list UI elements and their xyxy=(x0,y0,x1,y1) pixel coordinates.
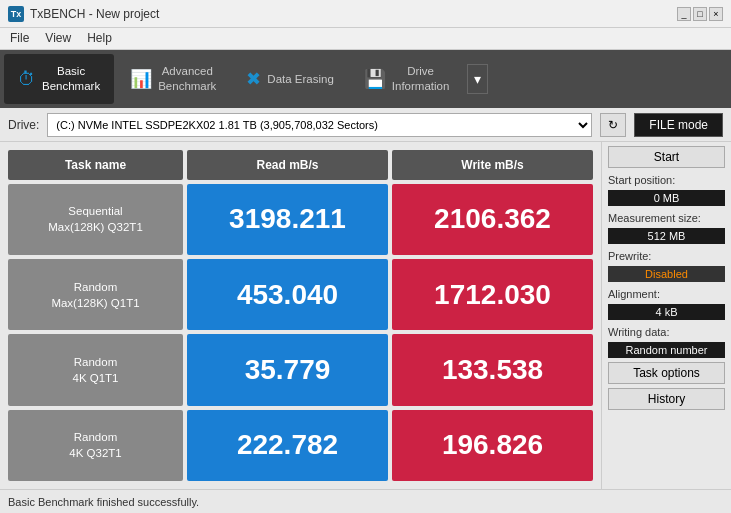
basic-benchmark-icon: ⏱ xyxy=(18,69,36,90)
task-options-button[interactable]: Task options xyxy=(608,362,725,384)
app-title: TxBENCH - New project xyxy=(30,7,159,21)
status-bar: Basic Benchmark finished successfully. xyxy=(0,489,731,513)
header-write: Write mB/s xyxy=(392,150,593,180)
drive-bar: Drive: (C:) NVMe INTEL SSDPE2KX02 1.81 T… xyxy=(0,108,731,142)
prewrite-value: Disabled xyxy=(608,266,725,282)
row-3-name: Random4K Q1T1 xyxy=(8,334,183,405)
row-4-name: Random4K Q32T1 xyxy=(8,410,183,481)
header-read: Read mB/s xyxy=(187,150,388,180)
benchmark-header: Task name Read mB/s Write mB/s xyxy=(8,150,593,180)
row-2-read: 453.040 xyxy=(187,259,388,330)
menu-view[interactable]: View xyxy=(39,30,77,47)
advanced-benchmark-icon: 📊 xyxy=(130,68,152,90)
measurement-size-value: 512 MB xyxy=(608,228,725,244)
writing-data-value: Random number xyxy=(608,342,725,358)
tab-data-erasing-label: Data Erasing xyxy=(267,72,333,87)
writing-data-label: Writing data: xyxy=(608,326,725,338)
measurement-size-label: Measurement size: xyxy=(608,212,725,224)
start-button[interactable]: Start xyxy=(608,146,725,168)
row-2-name: RandomMax(128K) Q1T1 xyxy=(8,259,183,330)
row-1-name: SequentialMax(128K) Q32T1 xyxy=(8,184,183,255)
menu-help[interactable]: Help xyxy=(81,30,118,47)
drive-select[interactable]: (C:) NVMe INTEL SSDPE2KX02 1.81 TB (3,90… xyxy=(47,113,592,137)
main-content: Task name Read mB/s Write mB/s Sequentia… xyxy=(0,142,731,489)
app-icon: Tx xyxy=(8,6,24,22)
start-position-label: Start position: xyxy=(608,174,725,186)
close-button[interactable]: × xyxy=(709,7,723,21)
drive-refresh-button[interactable]: ↻ xyxy=(600,113,626,137)
right-panel: Start Start position: 0 MB Measurement s… xyxy=(601,142,731,489)
file-mode-button[interactable]: FILE mode xyxy=(634,113,723,137)
benchmark-table: Task name Read mB/s Write mB/s Sequentia… xyxy=(0,142,601,489)
tab-basic-benchmark-label: BasicBenchmark xyxy=(42,64,100,94)
status-message: Basic Benchmark finished successfully. xyxy=(8,496,199,508)
start-position-value: 0 MB xyxy=(608,190,725,206)
tab-advanced-benchmark[interactable]: 📊 AdvancedBenchmark xyxy=(116,54,230,104)
data-erasing-icon: ✖ xyxy=(246,68,261,90)
tab-basic-benchmark[interactable]: ⏱ BasicBenchmark xyxy=(4,54,114,104)
history-button[interactable]: History xyxy=(608,388,725,410)
row-1-read: 3198.211 xyxy=(187,184,388,255)
maximize-button[interactable]: □ xyxy=(693,7,707,21)
tab-drive-information-label: DriveInformation xyxy=(392,64,450,94)
row-4-write: 196.826 xyxy=(392,410,593,481)
table-row: Random4K Q1T1 35.779 133.538 xyxy=(8,334,593,405)
title-bar-left: Tx TxBENCH - New project xyxy=(8,6,159,22)
drive-information-icon: 💾 xyxy=(364,68,386,90)
toolbar-dropdown-button[interactable]: ▾ xyxy=(467,64,488,94)
row-2-write: 1712.030 xyxy=(392,259,593,330)
title-bar: Tx TxBENCH - New project _ □ × xyxy=(0,0,731,28)
minimize-button[interactable]: _ xyxy=(677,7,691,21)
menu-file[interactable]: File xyxy=(4,30,35,47)
drive-label: Drive: xyxy=(8,118,39,132)
alignment-value: 4 kB xyxy=(608,304,725,320)
toolbar: ⏱ BasicBenchmark 📊 AdvancedBenchmark ✖ D… xyxy=(0,50,731,108)
row-3-write: 133.538 xyxy=(392,334,593,405)
tab-drive-information[interactable]: 💾 DriveInformation xyxy=(350,54,464,104)
prewrite-label: Prewrite: xyxy=(608,250,725,262)
alignment-label: Alignment: xyxy=(608,288,725,300)
table-row: Random4K Q32T1 222.782 196.826 xyxy=(8,410,593,481)
header-task-name: Task name xyxy=(8,150,183,180)
tab-data-erasing[interactable]: ✖ Data Erasing xyxy=(232,54,347,104)
table-row: RandomMax(128K) Q1T1 453.040 1712.030 xyxy=(8,259,593,330)
table-row: SequentialMax(128K) Q32T1 3198.211 2106.… xyxy=(8,184,593,255)
refresh-icon: ↻ xyxy=(608,118,618,132)
title-bar-controls[interactable]: _ □ × xyxy=(677,7,723,21)
row-1-write: 2106.362 xyxy=(392,184,593,255)
menu-bar: File View Help xyxy=(0,28,731,50)
row-3-read: 35.779 xyxy=(187,334,388,405)
row-4-read: 222.782 xyxy=(187,410,388,481)
tab-advanced-benchmark-label: AdvancedBenchmark xyxy=(158,64,216,94)
